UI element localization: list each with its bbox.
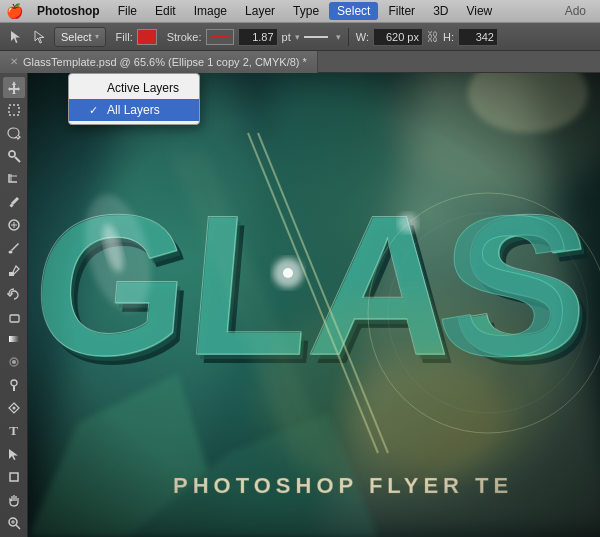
- stroke-style-arrow[interactable]: ▾: [336, 32, 341, 42]
- stroke-area: Stroke: pt ▾ ▾: [167, 28, 341, 46]
- svg-point-17: [8, 250, 12, 253]
- move-tool[interactable]: [3, 77, 25, 98]
- history-brush-tool[interactable]: [3, 283, 25, 304]
- document-tab[interactable]: ✕ GlassTemplate.psd @ 65.6% (Ellipse 1 c…: [0, 51, 318, 73]
- svg-marker-3: [8, 81, 20, 94]
- type-tool[interactable]: T: [3, 421, 25, 442]
- rect-marquee-tool[interactable]: [3, 100, 25, 121]
- svg-marker-0: [11, 31, 20, 43]
- blur-tool[interactable]: [3, 352, 25, 373]
- stroke-preview-swatch[interactable]: [206, 29, 234, 45]
- menu-item-ado: Ado: [557, 2, 594, 20]
- pen-tool[interactable]: [3, 398, 25, 419]
- fill-color-swatch[interactable]: [137, 29, 157, 45]
- svg-rect-19: [10, 315, 19, 322]
- path-select-tool[interactable]: [3, 444, 25, 465]
- svg-rect-27: [10, 473, 18, 481]
- gradient-tool[interactable]: [3, 329, 25, 350]
- canvas-area: GLAS GLAS GLAS GLAS GLAS: [28, 73, 600, 537]
- svg-point-6: [9, 151, 15, 157]
- direct-select-tool-btn[interactable]: [30, 28, 50, 46]
- stroke-style-selector[interactable]: [304, 35, 328, 39]
- menu-item-type[interactable]: Type: [285, 2, 327, 20]
- svg-rect-63: [28, 73, 600, 537]
- menu-item-app[interactable]: Photoshop: [29, 2, 108, 20]
- stroke-dropdown-arrow[interactable]: ▾: [295, 32, 300, 42]
- stroke-line-icon: [210, 36, 230, 38]
- main-area: T: [0, 73, 600, 537]
- shape-tool[interactable]: [3, 466, 25, 487]
- layer-select-dropdown[interactable]: Select ▾: [54, 27, 106, 47]
- svg-line-5: [15, 157, 20, 162]
- svg-point-25: [12, 407, 15, 410]
- svg-marker-1: [35, 31, 44, 43]
- dropdown-arrow-icon: ▾: [95, 32, 99, 41]
- menu-item-select[interactable]: Select: [329, 2, 378, 20]
- toolbox: T: [0, 73, 28, 537]
- lasso-tool[interactable]: [3, 123, 25, 144]
- svg-rect-4: [9, 105, 19, 115]
- tab-close-icon[interactable]: ✕: [10, 56, 18, 67]
- menubar: 🍎 Photoshop File Edit Image Layer Type S…: [0, 0, 600, 23]
- checkmark-all-layers: ✓: [89, 104, 103, 117]
- apple-menu[interactable]: 🍎: [6, 3, 23, 19]
- layers-dropdown-menu: Active Layers ✓ All Layers: [68, 73, 200, 125]
- crop-tool[interactable]: [3, 169, 25, 190]
- pointer-tool-btn[interactable]: [6, 28, 26, 46]
- dropdown-item-all-layers[interactable]: ✓ All Layers: [69, 99, 199, 121]
- svg-marker-26: [9, 449, 18, 460]
- menu-item-image[interactable]: Image: [186, 2, 235, 20]
- menu-item-view[interactable]: View: [458, 2, 500, 20]
- tab-title: GlassTemplate.psd @ 65.6% (Ellipse 1 cop…: [23, 56, 307, 68]
- toolbar-separator: [348, 28, 349, 46]
- stroke-label: Stroke:: [167, 31, 202, 43]
- magic-wand-tool[interactable]: [3, 146, 25, 167]
- svg-rect-20: [9, 336, 19, 342]
- svg-point-23: [11, 380, 17, 386]
- height-input[interactable]: [458, 28, 498, 46]
- dropdown-item-active-layers[interactable]: Active Layers: [69, 77, 199, 99]
- stroke-unit-label: pt: [282, 31, 291, 43]
- healing-brush-tool[interactable]: [3, 214, 25, 235]
- svg-point-22: [12, 360, 16, 364]
- svg-rect-18: [9, 272, 14, 276]
- clone-stamp-tool[interactable]: [3, 260, 25, 281]
- width-label: W:: [356, 31, 369, 43]
- fill-label: Fill:: [116, 31, 133, 43]
- menu-item-3d[interactable]: 3D: [425, 2, 456, 20]
- select-dropdown-label: Select: [61, 31, 92, 43]
- eyedropper-tool[interactable]: [3, 192, 25, 213]
- tabbar: ✕ GlassTemplate.psd @ 65.6% (Ellipse 1 c…: [0, 51, 600, 73]
- eraser-tool[interactable]: [3, 306, 25, 327]
- stroke-size-input[interactable]: [238, 28, 278, 46]
- zoom-tool[interactable]: [3, 512, 25, 533]
- menu-item-file[interactable]: File: [110, 2, 145, 20]
- menu-item-edit[interactable]: Edit: [147, 2, 184, 20]
- toolbar: Select ▾ Active Layers ✓ All Layers Fill…: [0, 23, 600, 51]
- menu-item-layer[interactable]: Layer: [237, 2, 283, 20]
- height-label: H:: [443, 31, 454, 43]
- hand-tool[interactable]: [3, 489, 25, 510]
- brush-tool[interactable]: [3, 237, 25, 258]
- svg-line-29: [16, 525, 20, 529]
- canvas-content: GLAS GLAS GLAS GLAS GLAS: [28, 73, 600, 537]
- fill-area: Fill:: [116, 29, 157, 45]
- link-wh-icon[interactable]: ⛓: [427, 30, 439, 44]
- width-input[interactable]: [373, 28, 423, 46]
- dodge-tool[interactable]: [3, 375, 25, 396]
- all-layers-label: All Layers: [107, 103, 160, 117]
- menu-item-filter[interactable]: Filter: [380, 2, 423, 20]
- active-layers-label: Active Layers: [107, 81, 179, 95]
